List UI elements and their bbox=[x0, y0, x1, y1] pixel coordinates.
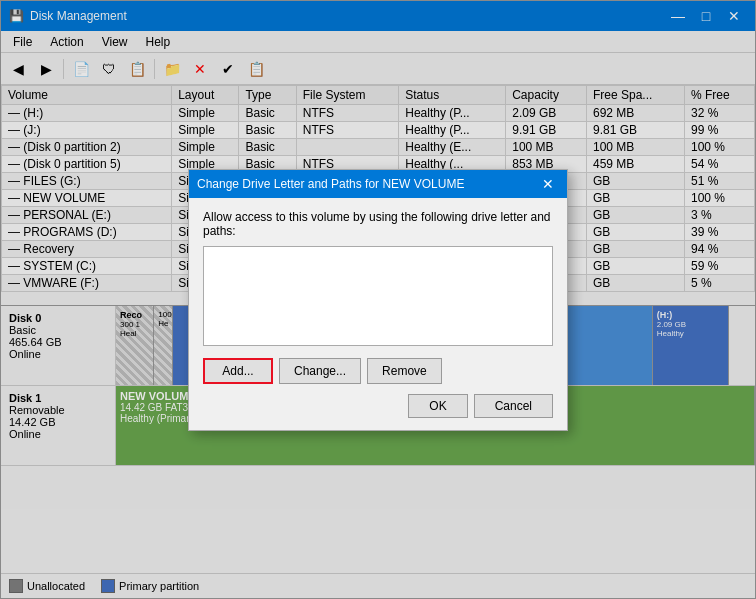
modal-add-button[interactable]: Add... bbox=[203, 358, 273, 384]
change-drive-letter-modal: Change Drive Letter and Paths for NEW VO… bbox=[188, 169, 568, 431]
modal-body: Allow access to this volume by using the… bbox=[189, 198, 567, 430]
modal-paths-listbox[interactable] bbox=[203, 246, 553, 346]
modal-ok-button[interactable]: OK bbox=[408, 394, 467, 418]
modal-title-bar: Change Drive Letter and Paths for NEW VO… bbox=[189, 170, 567, 198]
modal-remove-button[interactable]: Remove bbox=[367, 358, 442, 384]
modal-close-button[interactable]: ✕ bbox=[537, 174, 559, 194]
modal-ok-cancel-buttons: OK Cancel bbox=[203, 394, 553, 418]
modal-action-buttons: Add... Change... Remove bbox=[203, 358, 553, 384]
modal-cancel-button[interactable]: Cancel bbox=[474, 394, 553, 418]
modal-description: Allow access to this volume by using the… bbox=[203, 210, 553, 238]
modal-overlay: Change Drive Letter and Paths for NEW VO… bbox=[0, 0, 756, 599]
modal-change-button[interactable]: Change... bbox=[279, 358, 361, 384]
modal-title: Change Drive Letter and Paths for NEW VO… bbox=[197, 177, 464, 191]
